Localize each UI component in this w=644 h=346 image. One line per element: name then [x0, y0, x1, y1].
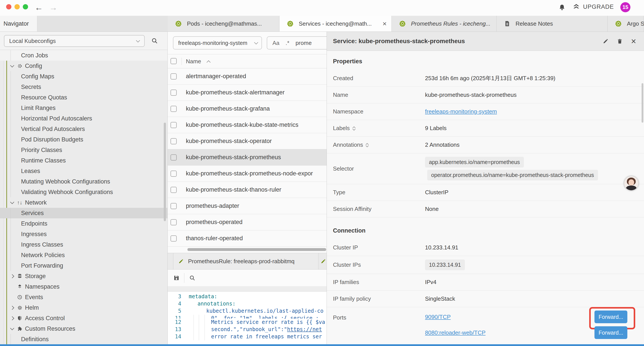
sidebar-item-pod-disruption-budgets[interactable]: Pod Disruption Budgets [0, 134, 168, 145]
tab-argo[interactable]: Argo Se [608, 16, 644, 31]
sidebar-item-network-policies[interactable]: Network Policies [0, 250, 168, 260]
details-scrollbar[interactable] [642, 83, 643, 123]
row-checkbox[interactable] [170, 235, 177, 242]
table-row[interactable]: kube-prometheus-stack-alertmanager [168, 84, 326, 101]
tab-release[interactable]: Release Notes [497, 16, 608, 31]
row-checkbox[interactable] [170, 122, 177, 128]
sidebar-item-config-maps[interactable]: Config Maps [0, 71, 168, 82]
namespace-link[interactable]: freeleaps-monitoring-system [425, 108, 497, 115]
row-checkbox[interactable] [170, 106, 177, 112]
table-row[interactable]: kube-prometheus-stack-prometheus-node-ex… [168, 166, 326, 182]
tab-services[interactable]: Services - icecheng@math...× [280, 16, 392, 31]
tab-pods[interactable]: Pods - icecheng@mathmas... [168, 16, 280, 31]
sidebar-item-ingresses[interactable]: Ingresses [0, 229, 168, 239]
sidebar-item-mutating-webhook-configurations[interactable]: Mutating Webhook Configurations [0, 176, 168, 187]
dock-tab-prometheusrule[interactable]: PrometheusRule: freeleaps-prod-rabbitmq [173, 253, 318, 269]
sidebar-item-config[interactable]: Config [0, 61, 168, 71]
port-link[interactable]: 9090/TCP [425, 314, 451, 320]
name-column-header[interactable]: Name [186, 54, 210, 68]
sidebar-item-limit-ranges[interactable]: Limit Ranges [0, 103, 168, 113]
sidebar-item-runtime-classes[interactable]: Runtime Classes [0, 155, 168, 166]
tab-prometheus[interactable]: Prometheus Rules - icecheng... [392, 16, 497, 31]
sidebar-item-vertical-pod-autoscalers[interactable]: Vertical Pod Autoscalers [0, 124, 168, 134]
sidebar-item-validating-webhook-configurations[interactable]: Validating Webhook Configurations [0, 187, 168, 197]
sidebar-item-definitions[interactable]: Definitions [0, 334, 168, 344]
sidebar-item-port-forwarding[interactable]: Port Forwarding [0, 260, 168, 271]
table-row[interactable]: kube-prometheus-stack-thanos-ruler [168, 182, 326, 198]
minimize-window-button[interactable] [14, 4, 20, 9]
sidebar-item-custom-resources[interactable]: Custom Resources [0, 324, 168, 334]
close-window-button[interactable] [6, 4, 12, 9]
horizontal-scrollbar[interactable] [188, 248, 326, 251]
close-tab-icon[interactable]: × [378, 20, 392, 28]
delete-service-icon[interactable] [617, 38, 623, 44]
table-row[interactable]: thanos-ruler-operated [168, 230, 326, 247]
table-row[interactable]: kube-prometheus-stack-operator [168, 133, 326, 149]
regex-toggle[interactable]: .* [286, 40, 289, 46]
navigator-panel-tab[interactable]: Navigator [0, 16, 37, 31]
code-line: 14error rate in freeleaps metrics ser [168, 333, 326, 340]
user-avatar[interactable] [624, 176, 639, 191]
row-checkbox[interactable] [170, 187, 177, 193]
expand-sort-icon[interactable] [366, 143, 368, 147]
sidebar-item-leases[interactable]: Leases [0, 166, 168, 176]
row-checkbox[interactable] [170, 73, 177, 79]
close-details-icon[interactable]: × [631, 38, 636, 44]
row-checkbox[interactable] [170, 171, 177, 177]
namespace-filter-dropdown[interactable]: freeleaps-monitoring-system [173, 36, 262, 49]
sidebar-item-access-control[interactable]: Access Control [0, 313, 168, 324]
expand-sort-icon[interactable] [353, 126, 355, 131]
sidebar-item-helm[interactable]: Helm [0, 303, 168, 313]
yaml-editor[interactable]: 3metadata:4annotations:5kubectl.kubernet… [168, 292, 326, 344]
sidebar-item-network[interactable]: ↑↓Network [0, 197, 168, 208]
sidebar-item-priority-classes[interactable]: Priority Classes [0, 145, 168, 155]
chevron-right-icon[interactable] [10, 275, 14, 278]
upgrade-button[interactable]: UPGRADE [572, 3, 614, 10]
row-checkbox[interactable] [170, 138, 177, 144]
chevron-down-icon[interactable] [10, 65, 14, 67]
sidebar-scrollbar[interactable] [164, 123, 166, 221]
sidebar-item-resource-quotas[interactable]: Resource Quotas [0, 92, 168, 103]
chevron-down-icon[interactable] [10, 201, 14, 204]
table-row[interactable]: prometheus-operated [168, 214, 326, 230]
editor-search-icon[interactable] [189, 275, 195, 281]
dock-tab-clipped[interactable] [320, 253, 326, 269]
sidebar-item-storage[interactable]: Storage [0, 271, 168, 281]
save-icon[interactable] [173, 275, 180, 281]
row-checkbox[interactable] [170, 203, 177, 209]
sidebar-item-secrets[interactable]: Secrets [0, 82, 168, 92]
dock-tab-strip: PrometheusRule: freeleaps-prod-rabbitmq [168, 253, 326, 270]
port-link[interactable]: 8080:reloader-web/TCP [425, 329, 486, 336]
forward-button[interactable]: Forward... [594, 326, 627, 339]
table-row[interactable]: kube-prometheus-stack-grafana [168, 101, 326, 117]
sidebar-item-events[interactable]: Events [0, 292, 168, 303]
sidebar-search-icon[interactable] [151, 37, 158, 44]
sidebar-item-horizontal-pod-autoscalers[interactable]: Horizontal Pod Autoscalers [0, 113, 168, 124]
row-checkbox[interactable] [170, 154, 177, 161]
forward-button[interactable]: → [49, 2, 58, 13]
sidebar-item-ingress-classes[interactable]: Ingress Classes [0, 239, 168, 250]
notifications-bell-icon[interactable] [558, 4, 566, 11]
chevron-right-icon[interactable] [10, 306, 14, 309]
kubeconfig-dropdown[interactable]: Local Kubeconfigs [4, 35, 145, 47]
sidebar-item-cron-jobs[interactable]: Cron Jobs [0, 50, 168, 61]
edit-service-icon[interactable] [602, 38, 608, 44]
row-checkbox[interactable] [170, 90, 177, 96]
list-search-field[interactable]: Aa .* prome [267, 36, 326, 49]
sidebar-item-services[interactable]: Services [0, 208, 168, 218]
sidebar-item-namespaces[interactable]: Namespaces [0, 281, 168, 292]
chevron-right-icon[interactable] [10, 317, 14, 320]
select-all-checkbox[interactable] [170, 58, 177, 64]
back-button[interactable]: ← [35, 2, 43, 13]
table-row[interactable]: prometheus-adapter [168, 198, 326, 214]
table-row[interactable]: kube-prometheus-stack-prometheus [168, 149, 326, 166]
maximize-window-button[interactable] [23, 4, 28, 9]
search-input[interactable]: prome [296, 40, 312, 46]
sidebar-item-endpoints[interactable]: Endpoints [0, 218, 168, 229]
table-row[interactable]: kube-prometheus-stack-kube-state-metrics [168, 117, 326, 133]
chevron-down-icon[interactable] [10, 327, 14, 330]
notification-count-badge[interactable]: 15 [620, 2, 630, 12]
table-row[interactable]: alertmanager-operated [168, 68, 326, 84]
case-sensitive-toggle[interactable]: Aa [272, 40, 280, 46]
row-checkbox[interactable] [170, 219, 177, 225]
